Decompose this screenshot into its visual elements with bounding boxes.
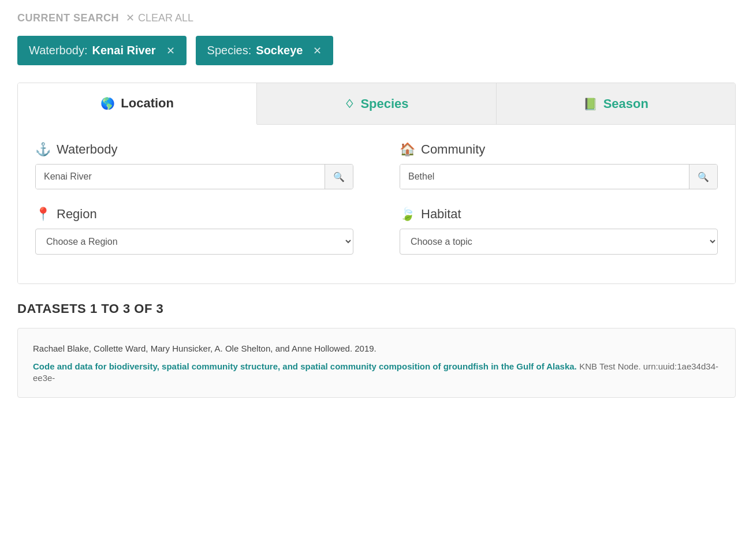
- waterbody-group: ⚓ Waterbody 🔍: [35, 142, 353, 189]
- globe-icon: 🌎: [100, 96, 115, 110]
- home-icon: 🏠: [400, 142, 415, 157]
- waterbody-input-group: 🔍: [35, 164, 353, 189]
- book-icon: 📗: [583, 97, 598, 111]
- community-label: Community: [421, 142, 485, 157]
- filter-tag-species-remove[interactable]: ✕: [313, 44, 322, 57]
- region-group: 📍 Region Choose a Region Southeast Alask…: [35, 207, 353, 255]
- filter-tag-waterbody-remove[interactable]: ✕: [166, 44, 175, 57]
- region-select[interactable]: Choose a Region Southeast Alaska Southce…: [35, 229, 353, 255]
- filter-tag-waterbody-value: Kenai River: [92, 44, 156, 57]
- community-search-button[interactable]: 🔍: [689, 165, 717, 189]
- filter-tags: Waterbody: Kenai River ✕ Species: Sockey…: [17, 36, 736, 65]
- region-title: 📍 Region: [35, 207, 353, 222]
- clear-all-button[interactable]: ✕ CLEAR ALL: [126, 12, 193, 24]
- community-group: 🏠 Community 🔍: [400, 142, 718, 189]
- dataset-node: KNB Test Node.: [579, 361, 640, 371]
- tab-season-label: Season: [603, 96, 648, 111]
- dataset-title[interactable]: Code and data for biodiversity, spatial …: [33, 361, 577, 371]
- filter-tag-species-value: Sockeye: [256, 44, 303, 57]
- filter-row-bottom: 📍 Region Choose a Region Southeast Alask…: [35, 207, 718, 255]
- pin-icon: 📍: [35, 207, 51, 222]
- tab-location-label: Location: [121, 96, 174, 111]
- location-filter-content: ⚓ Waterbody 🔍 🏠 Community: [18, 125, 735, 283]
- hierarchy-icon: ♢: [344, 97, 355, 111]
- tab-species[interactable]: ♢ Species: [257, 83, 496, 124]
- community-search-icon: 🔍: [698, 172, 709, 182]
- habitat-title: 🍃 Habitat: [400, 207, 718, 222]
- habitat-group: 🍃 Habitat Choose a topic Marine Freshwat…: [400, 207, 718, 255]
- current-search-bar: CURRENT SEARCH ✕ CLEAR ALL: [17, 12, 736, 24]
- datasets-header: DATASETS 1 TO 3 OF 3: [17, 301, 736, 316]
- leaf-icon: 🍃: [400, 207, 415, 222]
- community-input-group: 🔍: [400, 164, 718, 189]
- habitat-label: Habitat: [421, 207, 461, 222]
- clear-all-label: CLEAR ALL: [138, 12, 193, 24]
- habitat-select[interactable]: Choose a topic Marine Freshwater Anadrom…: [400, 229, 718, 255]
- filter-tag-species: Species: Sockeye ✕: [196, 36, 334, 65]
- tab-header: 🌎 Location ♢ Species 📗 Season: [18, 83, 735, 125]
- waterbody-search-icon: 🔍: [333, 172, 345, 182]
- tab-season[interactable]: 📗 Season: [497, 83, 735, 124]
- tab-species-label: Species: [360, 96, 408, 111]
- waterbody-search-button[interactable]: 🔍: [325, 165, 353, 189]
- dataset-authors: Rachael Blake, Collette Ward, Mary Hunsi…: [33, 342, 720, 356]
- waterbody-label: Waterbody: [57, 142, 118, 157]
- current-search-label: CURRENT SEARCH: [17, 12, 119, 24]
- region-label: Region: [57, 207, 97, 222]
- tab-panel: 🌎 Location ♢ Species 📗 Season ⚓ Waterbod…: [17, 83, 736, 284]
- clear-all-icon: ✕: [126, 12, 135, 24]
- filter-tag-waterbody-label: Waterbody:: [29, 44, 88, 57]
- filter-tag-waterbody: Waterbody: Kenai River ✕: [17, 36, 187, 65]
- dataset-card: Rachael Blake, Collette Ward, Mary Hunsi…: [17, 328, 736, 398]
- community-input[interactable]: [400, 165, 689, 189]
- waterbody-input[interactable]: [36, 165, 325, 189]
- anchor-icon: ⚓: [35, 142, 51, 157]
- filter-tag-species-label: Species:: [207, 44, 252, 57]
- filter-row-top: ⚓ Waterbody 🔍 🏠 Community: [35, 142, 718, 189]
- community-title: 🏠 Community: [400, 142, 718, 157]
- tab-location[interactable]: 🌎 Location: [18, 83, 257, 125]
- waterbody-title: ⚓ Waterbody: [35, 142, 353, 157]
